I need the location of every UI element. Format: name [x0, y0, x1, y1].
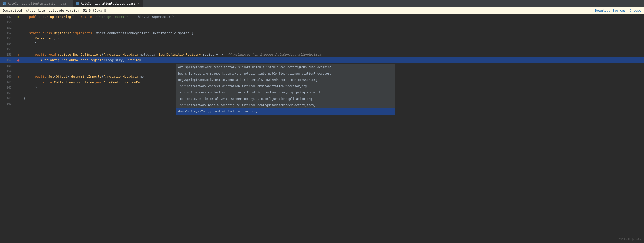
line-content: static class Registrar implements Import… [22, 30, 644, 36]
line-gutter[interactable] [15, 30, 22, 36]
line-number: 151 [0, 25, 15, 30]
line-gutter[interactable] [15, 36, 22, 41]
gutter-arrow-icon: ↑ [17, 53, 19, 56]
line-number: 160 [0, 74, 15, 80]
line-gutter[interactable] [15, 46, 22, 52]
line-number: 152 [0, 30, 15, 36]
table-row: 157● AutoConfigurationPackages.register(… [0, 57, 644, 63]
gutter-arrow-icon: ↑ [17, 75, 19, 78]
tooltip-line: demoConfig,myTest]; root of factory hier… [176, 108, 395, 115]
line-number: 150 [0, 20, 15, 25]
line-number: 153 [0, 36, 15, 41]
line-content [22, 25, 644, 30]
line-gutter[interactable]: @ [15, 14, 22, 20]
tab-class-close[interactable]: ✕ [138, 2, 140, 5]
tooltip-line: org.springframework.context.annotation.i… [176, 77, 395, 83]
table-row: 147@ public String toString() { return "… [0, 14, 644, 20]
line-number: 154 [0, 41, 15, 46]
table-row: 153 Registrar() { [0, 36, 644, 41]
line-number: 164 [0, 96, 15, 101]
line-gutter[interactable] [15, 101, 22, 106]
line-number: 156 [0, 52, 15, 57]
line-gutter[interactable]: ↑ [15, 52, 22, 57]
choose-link[interactable]: Choose [630, 9, 641, 12]
svg-text:C: C [76, 3, 77, 5]
line-number: 158 [0, 63, 15, 69]
line-number: 162 [0, 85, 15, 90]
line-gutter[interactable] [15, 69, 22, 74]
line-gutter[interactable]: ↑ [15, 74, 22, 80]
tooltip-line: org.springframework.beans.factory.suppor… [176, 64, 395, 70]
class-file-icon: C [76, 2, 80, 5]
line-number: 147 [0, 14, 15, 20]
line-gutter[interactable] [15, 25, 22, 30]
tab-class-label: AutoConfigurationPackages.class [81, 2, 136, 5]
line-gutter[interactable]: ● [15, 57, 22, 63]
debug-tooltip: org.springframework.beans.factory.suppor… [176, 64, 395, 115]
line-gutter[interactable] [15, 41, 22, 46]
table-row: 155 [0, 46, 644, 52]
line-gutter[interactable] [15, 85, 22, 90]
line-number: 157 [0, 57, 15, 63]
line-content: } [22, 20, 644, 25]
download-sources-link[interactable]: Download Sources [595, 9, 626, 12]
table-row: 151 [0, 25, 644, 30]
tab-java[interactable]: J AutoConfigurationApplication.java ✕ [0, 0, 73, 7]
line-content: Registrar() { [22, 36, 644, 41]
tooltip-line: .springframework.context.annotation.inte… [176, 83, 395, 89]
line-gutter[interactable] [15, 90, 22, 96]
info-bar-actions: Download Sources Choose [595, 9, 641, 12]
tooltip-line: .springframework.boot.autoconfigure.inte… [176, 102, 395, 108]
tooltip-line: .context.event.internalEventListenerFact… [176, 96, 395, 102]
line-number: 159 [0, 69, 15, 74]
line-content: public void registerBeanDefinitions(Anno… [22, 52, 644, 57]
line-content: AutoConfigurationPackages.register(regis… [22, 57, 644, 63]
breakpoint-icon[interactable]: ● [17, 58, 19, 62]
line-number: 161 [0, 80, 15, 85]
line-gutter[interactable] [15, 20, 22, 25]
line-gutter[interactable] [15, 96, 22, 101]
info-bar: Decompiled .class file, bytecode version… [0, 7, 644, 14]
watermark: CSDN @Ppjstyle [618, 238, 641, 241]
line-number: 165 [0, 101, 15, 106]
line-gutter[interactable] [15, 63, 22, 69]
tooltip-line: .springframework.context.event.internalE… [176, 89, 395, 96]
line-number: 163 [0, 90, 15, 96]
tab-bar: J AutoConfigurationApplication.java ✕ C … [0, 0, 644, 7]
code-area[interactable]: 147@ public String toString() { return "… [0, 14, 644, 243]
tab-java-label: AutoConfigurationApplication.java [8, 2, 66, 5]
line-number: 155 [0, 46, 15, 52]
line-content [22, 46, 644, 52]
table-row: 156↑ public void registerBeanDefinitions… [0, 52, 644, 57]
table-row: 154 } [0, 41, 644, 46]
table-row: 152 static class Registrar implements Im… [0, 30, 644, 36]
table-row: 150 } [0, 20, 644, 25]
gutter-at-icon: @ [17, 15, 19, 18]
line-content: } [22, 41, 644, 46]
line-gutter[interactable] [15, 80, 22, 85]
tab-java-close[interactable]: ✕ [68, 2, 70, 5]
java-file-icon: J [3, 2, 6, 5]
svg-text:J: J [4, 3, 5, 5]
line-content: public String toString() { return "Packa… [22, 14, 644, 20]
info-bar-text: Decompiled .class file, bytecode version… [3, 9, 108, 12]
tooltip-line: beans [org.springframework.context.annot… [176, 70, 395, 77]
tab-class[interactable]: C AutoConfigurationPackages.class ✕ [73, 0, 143, 7]
editor-container: 147@ public String toString() { return "… [0, 14, 644, 243]
